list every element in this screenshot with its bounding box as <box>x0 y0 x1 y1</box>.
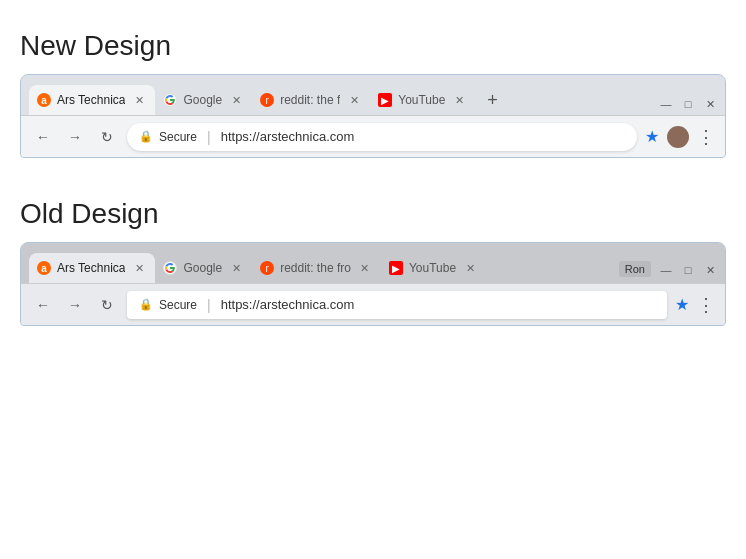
new-design-browser: a Ars Technica ✕ Google ✕ r reddit: the … <box>20 74 726 158</box>
new-design-tabs-container: a Ars Technica ✕ Google ✕ r reddit: the … <box>29 85 659 115</box>
profile-chip-old[interactable]: Ron <box>619 261 651 277</box>
tab-reddit-new[interactable]: r reddit: the f ✕ <box>252 85 370 115</box>
new-window-controls: — □ ✕ <box>659 97 717 115</box>
new-design-tab-bar: a Ars Technica ✕ Google ✕ r reddit: the … <box>21 75 725 115</box>
old-design-title: Old Design <box>20 198 726 230</box>
new-tab-button-new[interactable]: + <box>479 87 505 113</box>
pipe-divider-old: | <box>203 297 215 313</box>
new-design-title: New Design <box>20 30 726 62</box>
youtube-favicon-new: ▶ <box>378 93 392 107</box>
close-button-new[interactable]: ✕ <box>703 97 717 111</box>
minimize-button-old[interactable]: — <box>659 263 673 277</box>
reddit-tab-close-old[interactable]: ✕ <box>357 260 373 276</box>
new-design-address-bar: ← → ↻ 🔒 Secure | https://arstechnica.com… <box>21 115 725 157</box>
youtube-tab-close-old[interactable]: ✕ <box>462 260 478 276</box>
close-button-old[interactable]: ✕ <box>703 263 717 277</box>
lock-icon-old: 🔒 <box>139 298 153 311</box>
url-text-new: https://arstechnica.com <box>221 129 625 144</box>
ars-favicon-old: a <box>37 261 51 275</box>
address-input-new[interactable]: 🔒 Secure | https://arstechnica.com <box>127 123 637 151</box>
back-button-old[interactable]: ← <box>31 293 55 317</box>
old-design-tab-bar: a Ars Technica ✕ Google ✕ r reddit: the … <box>21 243 725 283</box>
youtube-tab-label-new: YouTube <box>398 93 445 107</box>
reddit-tab-label-new: reddit: the f <box>280 93 340 107</box>
ars-tab-close-new[interactable]: ✕ <box>131 92 147 108</box>
more-menu-button-old[interactable]: ⋮ <box>697 294 715 316</box>
old-design-section: Old Design a Ars Technica ✕ Google ✕ <box>20 198 726 326</box>
old-design-tabs-container: a Ars Technica ✕ Google ✕ r reddit: the … <box>29 253 619 283</box>
google-tab-close-new[interactable]: ✕ <box>228 92 244 108</box>
ars-tab-label-new: Ars Technica <box>57 93 125 107</box>
secure-label-old: Secure <box>159 298 197 312</box>
bookmark-icon-old[interactable]: ★ <box>675 295 689 314</box>
tab-ars-technica-old[interactable]: a Ars Technica ✕ <box>29 253 155 283</box>
bookmark-icon-new[interactable]: ★ <box>645 127 659 146</box>
reddit-favicon-old: r <box>260 261 274 275</box>
google-tab-label-old: Google <box>183 261 222 275</box>
tab-google-old[interactable]: Google ✕ <box>155 253 252 283</box>
tab-youtube-old[interactable]: ▶ YouTube ✕ <box>381 253 486 283</box>
maximize-button-new[interactable]: □ <box>681 97 695 111</box>
profile-label-old: Ron <box>625 263 645 275</box>
old-design-address-bar: ← → ↻ 🔒 Secure | https://arstechnica.com… <box>21 283 725 325</box>
address-right-new: ★ ⋮ <box>645 126 715 148</box>
ars-tab-label-old: Ars Technica <box>57 261 125 275</box>
minimize-button-new[interactable]: — <box>659 97 673 111</box>
forward-button-new[interactable]: → <box>63 125 87 149</box>
tab-google-new[interactable]: Google ✕ <box>155 85 252 115</box>
reddit-favicon-new: r <box>260 93 274 107</box>
google-favicon-new <box>163 93 177 107</box>
youtube-tab-label-old: YouTube <box>409 261 456 275</box>
address-right-old: ★ ⋮ <box>675 294 715 316</box>
reddit-tab-close-new[interactable]: ✕ <box>346 92 362 108</box>
lock-icon-new: 🔒 <box>139 130 153 143</box>
tab-reddit-old[interactable]: r reddit: the fro ✕ <box>252 253 381 283</box>
secure-label-new: Secure <box>159 130 197 144</box>
maximize-button-old[interactable]: □ <box>681 263 695 277</box>
more-menu-button-new[interactable]: ⋮ <box>697 126 715 148</box>
tab-ars-technica-new[interactable]: a Ars Technica ✕ <box>29 85 155 115</box>
google-favicon-old <box>163 261 177 275</box>
youtube-favicon-old: ▶ <box>389 261 403 275</box>
refresh-button-new[interactable]: ↻ <box>95 125 119 149</box>
ars-favicon-new: a <box>37 93 51 107</box>
pipe-divider-new: | <box>203 129 215 145</box>
old-window-controls: Ron — □ ✕ <box>619 261 717 283</box>
ars-tab-close-old[interactable]: ✕ <box>131 260 147 276</box>
youtube-tab-close-new[interactable]: ✕ <box>451 92 467 108</box>
address-input-old[interactable]: 🔒 Secure | https://arstechnica.com <box>127 291 667 319</box>
old-design-browser: a Ars Technica ✕ Google ✕ r reddit: the … <box>20 242 726 326</box>
new-design-section: New Design a Ars Technica ✕ Google ✕ <box>20 30 726 158</box>
refresh-button-old[interactable]: ↻ <box>95 293 119 317</box>
google-tab-close-old[interactable]: ✕ <box>228 260 244 276</box>
forward-button-old[interactable]: → <box>63 293 87 317</box>
tab-youtube-new[interactable]: ▶ YouTube ✕ <box>370 85 475 115</box>
google-tab-label-new: Google <box>183 93 222 107</box>
profile-avatar-new[interactable] <box>667 126 689 148</box>
reddit-tab-label-old: reddit: the fro <box>280 261 351 275</box>
back-button-new[interactable]: ← <box>31 125 55 149</box>
url-text-old: https://arstechnica.com <box>221 297 655 312</box>
